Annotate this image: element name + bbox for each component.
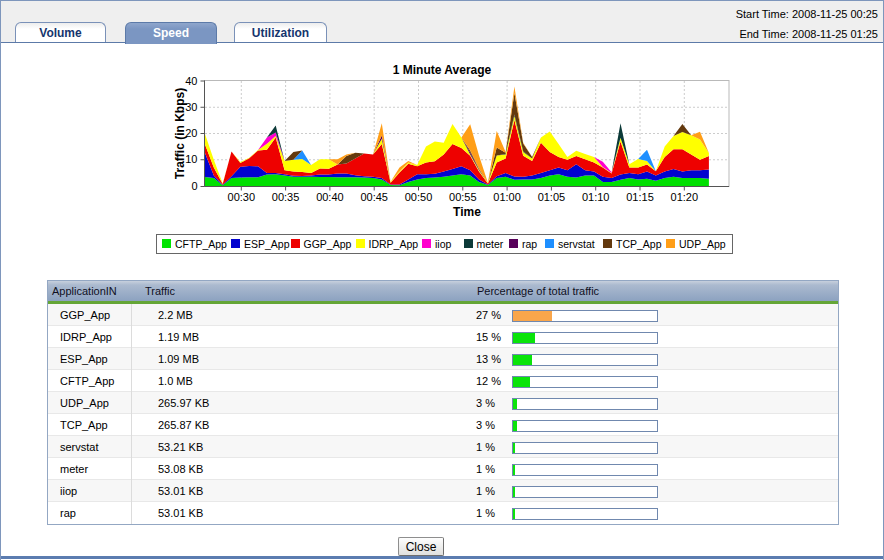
svg-text:01:05: 01:05 [538, 191, 566, 203]
svg-text:01:20: 01:20 [671, 191, 699, 203]
svg-text:40: 40 [185, 75, 197, 87]
svg-text:00:45: 00:45 [360, 191, 388, 203]
svg-text:00:50: 00:50 [405, 191, 433, 203]
svg-text:Traffic (in Kbps): Traffic (in Kbps) [173, 88, 187, 179]
svg-text:01:10: 01:10 [582, 191, 610, 203]
svg-text:01:00: 01:00 [493, 191, 521, 203]
svg-text:10: 10 [185, 153, 197, 165]
svg-text:01:15: 01:15 [626, 191, 654, 203]
svg-text:1 Minute Average: 1 Minute Average [393, 63, 492, 77]
svg-text:00:40: 00:40 [316, 191, 344, 203]
svg-text:Time: Time [453, 205, 481, 219]
svg-text:00:35: 00:35 [272, 191, 300, 203]
svg-text:00:55: 00:55 [449, 191, 477, 203]
svg-text:0: 0 [191, 180, 197, 192]
svg-text:30: 30 [185, 101, 197, 113]
svg-text:20: 20 [185, 127, 197, 139]
svg-text:00:30: 00:30 [228, 191, 256, 203]
